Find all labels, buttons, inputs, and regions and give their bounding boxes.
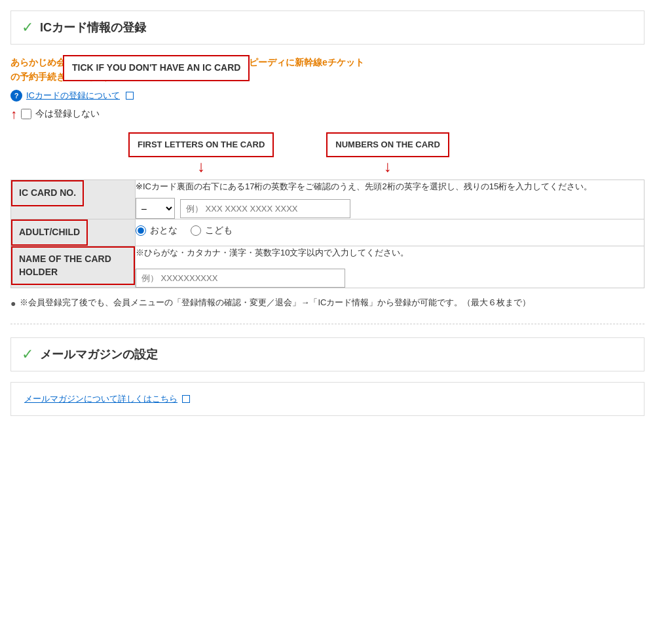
no-register-row: ↑ 今は登録しない <box>10 107 645 122</box>
first-letters-arrow: ↓ <box>197 159 205 174</box>
numbers-annotation: NUMBERS ON THE CARD <box>326 132 449 157</box>
ic-card-label-cell: IC CARD NO. <box>11 180 136 219</box>
card-holder-row: NAME OF THE CARD HOLDER ※ひらがな・カタカナ・漢字・英数… <box>11 246 645 288</box>
adult-label: おとな <box>150 225 178 237</box>
mail-magazine-link-box: メールマガジンについて詳しくはこちら <box>10 382 645 416</box>
annotation-row: FIRST LETTERS ON THE CARD ↓ NUMBERS ON T… <box>128 132 645 174</box>
ic-card-form-table: IC CARD NO. ※ICカード裏面の右下にある17桁の英数字をご確認のうえ… <box>10 180 645 288</box>
ic-card-hint: ※ICカード裏面の右下にある17桁の英数字をご確認のうえ、先頭2桁の英字を選択し… <box>136 180 644 193</box>
check-icon-2: ✓ <box>22 346 33 363</box>
card-holder-label: NAME OF THE CARD HOLDER <box>11 246 135 285</box>
first-letters-annotation: FIRST LETTERS ON THE CARD <box>128 132 274 157</box>
adult-radio[interactable] <box>136 225 146 236</box>
mail-magazine-link[interactable]: メールマガジンについて詳しくはこちら <box>24 394 178 404</box>
adult-child-input-cell: おとな こども <box>136 219 645 246</box>
ic-input-row: – JE JW JC <box>136 198 644 219</box>
ic-card-prefix-select[interactable]: – JE JW JC <box>136 198 175 219</box>
adult-child-row: ADULT/CHILD おとな こども <box>11 219 645 246</box>
adult-child-label-cell: ADULT/CHILD <box>11 219 136 246</box>
ic-card-label: IC CARD NO. <box>11 180 84 206</box>
adult-radio-option[interactable]: おとな <box>136 225 178 237</box>
child-label: こども <box>205 225 233 237</box>
note-bullet-icon: ● <box>10 296 16 311</box>
no-register-label[interactable]: 今は登録しない <box>35 108 100 120</box>
mail-magazine-section-header: ✓ メールマガジンの設定 <box>10 337 645 371</box>
card-holder-name-input[interactable] <box>136 269 345 288</box>
section1-title: ICカード情報の登録 <box>40 20 146 35</box>
ic-card-section-header: ✓ ICカード情報の登録 <box>10 10 645 45</box>
top-area: あらかじめ会員情報にICカードを登録していただくと、スピーディに新幹線eチケット… <box>10 55 645 122</box>
check-icon: ✓ <box>22 19 33 36</box>
card-holder-input-cell: ※ひらがな・カタカナ・漢字・英数字10文字以内で入力してください。 <box>136 246 645 288</box>
note-row: ● ※会員登録完了後でも、会員メニューの「登録情報の確認・変更／退会」→「ICカ… <box>10 296 645 311</box>
info-icon: ? <box>10 90 22 102</box>
ic-card-number-input[interactable] <box>180 199 350 218</box>
note-text: ※会員登録完了後でも、会員メニューの「登録情報の確認・変更／退会」→「ICカード… <box>20 296 531 310</box>
numbers-arrow: ↓ <box>384 159 392 174</box>
adult-child-label: ADULT/CHILD <box>11 219 88 246</box>
section-divider <box>10 324 645 324</box>
ic-card-input-cell: ※ICカード裏面の右下にある17桁の英数字をご確認のうえ、先頭2桁の英字を選択し… <box>136 180 645 219</box>
child-radio-option[interactable]: こども <box>191 225 233 237</box>
info-link-row: ? ICカードの登録について <box>10 90 645 102</box>
arrow-icon: ↑ <box>10 107 17 122</box>
name-hint: ※ひらがな・カタカナ・漢字・英数字10文字以内で入力してください。 <box>136 246 644 259</box>
adult-child-radio-group: おとな こども <box>136 219 644 242</box>
mail-magazine-ext-icon <box>182 395 190 403</box>
tick-tooltip-box: TICK IF YOU DON'T HAVE AN IC CARD <box>63 55 250 81</box>
child-radio[interactable] <box>191 225 201 236</box>
no-register-checkbox[interactable] <box>21 109 31 119</box>
external-link-icon <box>126 92 134 100</box>
ic-card-info-link[interactable]: ICカードの登録について <box>26 90 120 102</box>
ic-card-row: IC CARD NO. ※ICカード裏面の右下にある17桁の英数字をご確認のうえ… <box>11 180 645 219</box>
card-holder-label-cell: NAME OF THE CARD HOLDER <box>11 246 136 288</box>
section2-title: メールマガジンの設定 <box>40 347 158 362</box>
